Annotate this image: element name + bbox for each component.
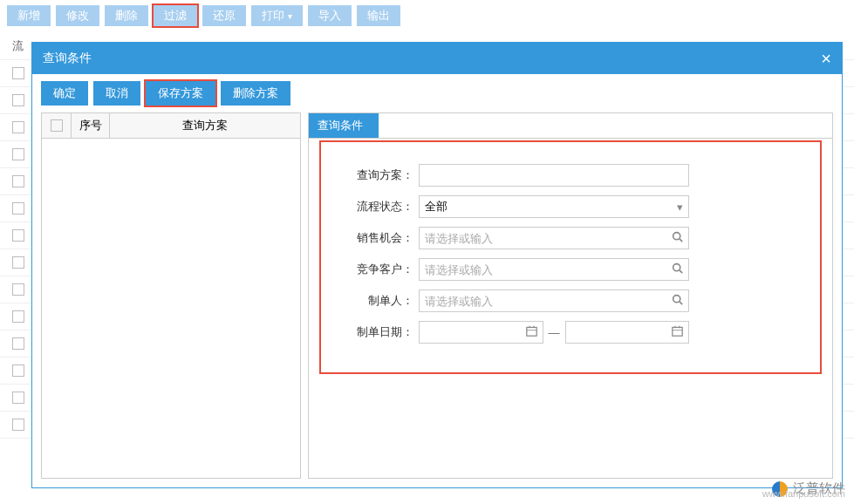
chevron-down-icon[interactable]: ▾ xyxy=(677,201,683,214)
svg-point-4 xyxy=(673,296,680,303)
plan-label: 查询方案： xyxy=(344,167,413,183)
criteria-pane: 查询条件 查询方案： 流程状态： 全部 ▾ 销售机会： xyxy=(308,112,833,479)
row-checkbox[interactable] xyxy=(12,175,24,187)
opportunity-label: 销售机会： xyxy=(344,230,413,246)
row-checkbox[interactable] xyxy=(12,392,24,404)
row-checkbox[interactable] xyxy=(12,256,24,269)
delete-plan-button[interactable]: 删除方案 xyxy=(221,81,290,106)
competitor-input[interactable] xyxy=(419,258,689,281)
criteria-form: 查询方案： 流程状态： 全部 ▾ 销售机会： xyxy=(326,147,815,367)
modal-toolbar: 确定 取消 保存方案 删除方案 xyxy=(32,74,842,112)
row-checkbox[interactable] xyxy=(12,419,24,431)
competitor-label: 竞争客户： xyxy=(344,262,413,277)
svg-line-5 xyxy=(680,302,682,304)
status-select[interactable]: 全部 ▾ xyxy=(419,195,689,218)
modal-header: 查询条件 × xyxy=(32,43,842,74)
plan-list-header: 序号 查询方案 xyxy=(42,113,300,139)
date-to-input[interactable] xyxy=(565,321,690,344)
row-checkbox[interactable] xyxy=(12,121,24,133)
cancel-button[interactable]: 取消 xyxy=(93,81,140,106)
export-button[interactable]: 输出 xyxy=(357,5,400,26)
import-button[interactable]: 导入 xyxy=(308,5,352,26)
flow-label: 流 xyxy=(12,38,24,54)
svg-point-2 xyxy=(673,264,680,271)
watermark: 泛普软件 www.fanpusoft.com xyxy=(772,480,845,497)
svg-line-1 xyxy=(680,239,682,242)
row-checkbox[interactable] xyxy=(12,229,24,242)
save-plan-button[interactable]: 保存方案 xyxy=(146,81,215,106)
new-button[interactable]: 新增 xyxy=(7,5,51,26)
brand-url: www.fanpusoft.com xyxy=(762,488,845,499)
select-all-checkbox[interactable] xyxy=(51,119,63,132)
maker-label: 制单人： xyxy=(344,293,413,309)
plan-input[interactable] xyxy=(419,164,689,187)
svg-rect-6 xyxy=(526,327,536,336)
maker-input[interactable] xyxy=(419,289,689,312)
row-checkbox[interactable] xyxy=(12,94,24,106)
calendar-icon[interactable] xyxy=(526,325,537,339)
status-value: 全部 xyxy=(425,199,447,215)
delete-button[interactable]: 删除 xyxy=(105,5,148,26)
date-label: 制单日期： xyxy=(344,324,413,340)
restore-button[interactable]: 还原 xyxy=(202,5,246,26)
main-toolbar: 新增 修改 删除 过滤 还原 打印 导入 输出 xyxy=(0,0,854,31)
row-checkbox[interactable] xyxy=(12,283,24,296)
row-checkbox[interactable] xyxy=(12,67,24,79)
date-separator: — xyxy=(549,326,560,339)
print-button[interactable]: 打印 xyxy=(251,5,303,26)
row-checkbox[interactable] xyxy=(12,148,24,160)
plan-list-pane: 序号 查询方案 xyxy=(41,112,301,479)
row-checkbox[interactable] xyxy=(12,202,24,215)
filter-modal: 查询条件 × 确定 取消 保存方案 删除方案 序号 查询方案 查询条件 查询方案… xyxy=(31,42,843,488)
col-plan: 查询方案 xyxy=(110,113,300,138)
search-icon[interactable] xyxy=(672,262,683,276)
search-icon[interactable] xyxy=(672,231,683,245)
opportunity-input[interactable] xyxy=(419,227,689,249)
edit-button[interactable]: 修改 xyxy=(56,5,99,26)
search-icon[interactable] xyxy=(672,294,683,308)
calendar-icon[interactable] xyxy=(672,325,683,339)
row-checkbox[interactable] xyxy=(12,310,24,323)
ok-button[interactable]: 确定 xyxy=(41,81,88,106)
plan-list-body xyxy=(42,139,300,478)
row-checkbox[interactable] xyxy=(12,364,24,377)
row-checkbox[interactable] xyxy=(12,337,24,350)
status-label: 流程状态： xyxy=(344,199,413,215)
close-icon[interactable]: × xyxy=(821,49,831,69)
col-number: 序号 xyxy=(72,113,110,138)
svg-point-0 xyxy=(673,233,680,240)
criteria-tab[interactable]: 查询条件 xyxy=(309,113,379,138)
svg-line-3 xyxy=(680,270,682,273)
date-from-input[interactable] xyxy=(419,321,543,344)
modal-title: 查询条件 xyxy=(43,51,92,66)
svg-rect-10 xyxy=(673,327,682,336)
filter-button[interactable]: 过滤 xyxy=(154,5,197,26)
